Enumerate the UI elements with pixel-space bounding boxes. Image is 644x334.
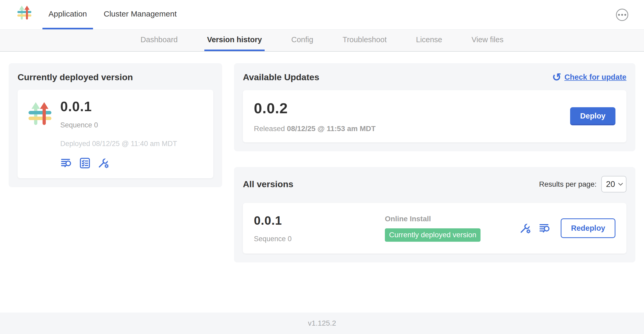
app-subnav: Dashboard Version history Config Trouble… bbox=[0, 30, 644, 52]
edit-config-button[interactable] bbox=[97, 157, 110, 169]
subnav-tab-license[interactable]: License bbox=[413, 30, 445, 51]
wrench-gear-icon bbox=[519, 222, 531, 235]
update-released-timestamp: Released 08/12/25 @ 11:53 am MDT bbox=[254, 125, 376, 133]
results-per-page-select-wrap: 20 bbox=[601, 176, 626, 192]
navbar-spacer bbox=[187, 0, 616, 29]
tab-application[interactable]: Application bbox=[42, 0, 93, 29]
deployed-version-number: 0.0.1 bbox=[60, 99, 177, 114]
console-version: v1.125.2 bbox=[308, 319, 336, 327]
update-row: 0.0.2 Released 08/12/25 @ 11:53 am MDT D… bbox=[243, 90, 626, 142]
overflow-menu-button[interactable] bbox=[616, 9, 628, 21]
all-versions-card: All versions Results per page: 20 0 bbox=[234, 167, 635, 262]
deployed-version-actions bbox=[60, 157, 177, 169]
version-history-page: Currently deployed version 0.0.1 Sequenc… bbox=[0, 52, 644, 313]
view-diff-button[interactable] bbox=[539, 222, 551, 235]
results-per-page-label: Results per page: bbox=[539, 180, 597, 188]
currently-deployed-title: Currently deployed version bbox=[18, 72, 213, 82]
version-row-status: Online Install Currently deployed versio… bbox=[385, 215, 519, 242]
check-for-update-label: Check for update bbox=[564, 73, 626, 82]
right-column: Available Updates ↺ Check for update 0.0… bbox=[234, 63, 635, 262]
deployed-timestamp: Deployed 08/12/25 @ 11:40 am MDT bbox=[60, 140, 177, 148]
version-row: 0.0.1 Sequence 0 Online Install Currentl… bbox=[243, 203, 626, 254]
available-updates-card: Available Updates ↺ Check for update 0.0… bbox=[234, 63, 635, 151]
redeploy-button[interactable]: Redeploy bbox=[561, 218, 615, 238]
update-version-number: 0.0.2 bbox=[254, 100, 376, 117]
deployed-version-details: 0.0.1 Sequence 0 Deployed 08/12/25 @ 11:… bbox=[60, 99, 177, 169]
subnav-tab-dashboard[interactable]: Dashboard bbox=[138, 30, 180, 51]
update-details: 0.0.2 Released 08/12/25 @ 11:53 am MDT bbox=[254, 100, 376, 133]
row-sequence: Sequence 0 bbox=[254, 235, 385, 243]
version-row-actions: Redeploy bbox=[519, 218, 615, 238]
row-version-number: 0.0.1 bbox=[254, 213, 385, 228]
version-row-info: 0.0.1 Sequence 0 bbox=[254, 213, 385, 243]
wrench-gear-icon bbox=[97, 157, 110, 169]
tab-cluster-management[interactable]: Cluster Management bbox=[98, 0, 183, 29]
deployed-sequence: Sequence 0 bbox=[60, 121, 177, 129]
top-navbar: Application Cluster Management bbox=[0, 0, 644, 30]
app-logo-icon bbox=[28, 101, 52, 169]
currently-deployed-badge: Currently deployed version bbox=[385, 228, 481, 242]
checklist-icon bbox=[79, 157, 91, 169]
top-nav-tabs: Application Cluster Management bbox=[42, 0, 187, 29]
check-for-update-link[interactable]: ↺ Check for update bbox=[552, 73, 626, 82]
results-per-page-select[interactable]: 20 bbox=[601, 176, 626, 192]
app-logo-icon bbox=[17, 4, 32, 29]
console-footer: v1.125.2 bbox=[0, 313, 644, 334]
subnav-tab-version-history[interactable]: Version history bbox=[204, 30, 265, 51]
deployed-version-panel: 0.0.1 Sequence 0 Deployed 08/12/25 @ 11:… bbox=[18, 90, 213, 178]
deploy-button[interactable]: Deploy bbox=[570, 107, 615, 125]
diff-lines-magnifier-icon bbox=[539, 222, 551, 235]
preflight-checks-button[interactable] bbox=[79, 157, 91, 169]
all-versions-title: All versions bbox=[243, 179, 293, 189]
currently-deployed-card: Currently deployed version 0.0.1 Sequenc… bbox=[9, 63, 222, 187]
diff-lines-magnifier-icon bbox=[60, 157, 73, 169]
subnav-tab-view-files[interactable]: View files bbox=[469, 30, 506, 51]
install-type-label: Online Install bbox=[385, 215, 519, 223]
edit-config-button[interactable] bbox=[519, 222, 531, 235]
subnav-tab-config[interactable]: Config bbox=[289, 30, 316, 51]
subnav-tab-troubleshoot[interactable]: Troubleshoot bbox=[340, 30, 389, 51]
ellipsis-icon bbox=[618, 14, 620, 16]
refresh-icon: ↺ bbox=[552, 73, 561, 82]
view-diff-button[interactable] bbox=[60, 157, 73, 169]
results-per-page: Results per page: 20 bbox=[539, 176, 626, 192]
available-updates-title: Available Updates bbox=[243, 72, 319, 82]
